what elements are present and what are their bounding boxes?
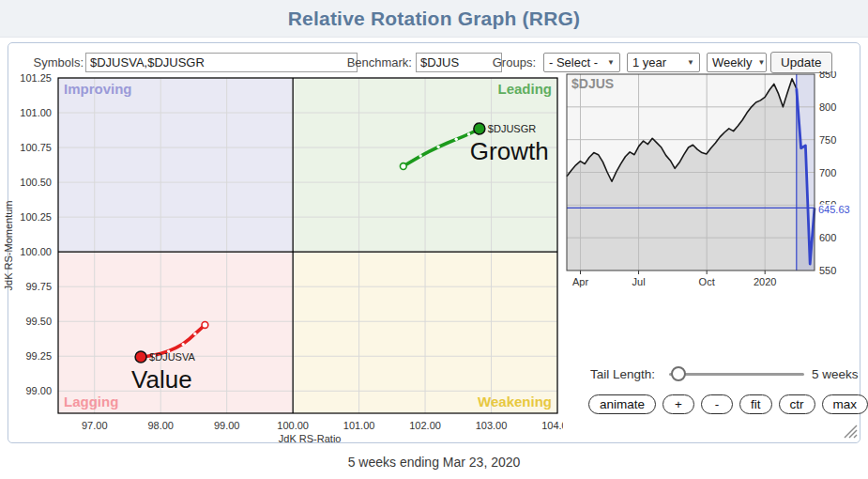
x-tick-label: 104.00 <box>541 420 563 431</box>
benchmark-chart-title: $DJUS <box>571 76 614 91</box>
series-symbol-label: $DJUSVA <box>149 351 195 363</box>
tail-length-value: 5 weeks <box>812 367 859 381</box>
x-tick-label: 98.00 <box>147 420 174 431</box>
benchmark-price-chart[interactable]: 550600650700750800850645.63AprJulOct2020… <box>559 71 868 291</box>
y-tick-label: 99.00 <box>25 385 52 396</box>
rrg-chart[interactable]: ImprovingLeadingLaggingWeakening97.0098.… <box>0 71 563 447</box>
quadrant-label-improving: Improving <box>64 81 132 97</box>
center-button[interactable]: ctr <box>779 394 815 414</box>
last-value-label: 645.63 <box>818 204 850 215</box>
x-tick-label: 103.00 <box>476 420 508 431</box>
y-axis-title: JdK RS-Momentum <box>3 201 14 291</box>
x-tick-label: 101.00 <box>343 420 375 431</box>
series-name-label: Value <box>131 365 192 394</box>
tail-length-slider-track[interactable] <box>669 373 804 376</box>
tail-start-marker <box>400 163 406 170</box>
x-tick-label: 100.00 <box>277 420 309 431</box>
y-tick-label: 100.50 <box>20 177 52 188</box>
y-tick-label: 100.25 <box>20 211 52 223</box>
x-axis-title: JdK RS-Ratio <box>279 433 342 444</box>
y-tick-label: 101.25 <box>20 72 52 84</box>
period-select-value: 1 year <box>632 55 666 70</box>
price-y-tick-label: 550 <box>819 265 836 276</box>
chart-button-row: animate + - fit ctr max <box>588 394 868 414</box>
quadrant-label-weakening: Weakening <box>478 394 552 409</box>
quadrant-label-leading: Leading <box>497 81 552 97</box>
frequency-select[interactable]: Weekly ▼ <box>707 53 767 72</box>
groups-label: Groups: <box>491 53 536 72</box>
y-tick-label: 100.75 <box>20 142 52 153</box>
series-symbol-label: $DJUSGR <box>488 123 536 134</box>
tail-head-marker[interactable] <box>474 123 485 134</box>
tail-length-label: Tail Length: <box>568 367 655 381</box>
x-tick-label: 97.00 <box>82 420 108 431</box>
period-select[interactable]: 1 year ▼ <box>627 53 700 72</box>
x-tick-label: 102.00 <box>409 420 441 431</box>
price-x-tick-label: Apr <box>572 276 588 287</box>
x-tick-label: 99.00 <box>214 420 240 431</box>
series-name-label: Growth <box>470 137 549 165</box>
tail-head-marker[interactable] <box>135 351 146 363</box>
tail-length-slider-handle[interactable] <box>671 366 686 381</box>
price-x-tick-label: Oct <box>699 276 715 287</box>
symbols-label: Symbols: <box>22 53 84 72</box>
chevron-down-icon: ▼ <box>757 58 765 67</box>
rrg-app: Relative Rotation Graph (RRG) Symbols: B… <box>0 0 868 479</box>
price-y-tick-label: 800 <box>819 101 836 113</box>
price-y-tick-label: 850 <box>819 71 836 80</box>
chevron-down-icon: ▼ <box>687 58 694 67</box>
groups-select[interactable]: - Select - ▼ <box>543 53 620 72</box>
benchmark-label: Benchmark: <box>346 53 412 72</box>
benchmark-input[interactable] <box>416 53 502 72</box>
groups-select-value: - Select - <box>549 55 598 70</box>
update-button[interactable]: Update <box>770 52 832 73</box>
symbols-input[interactable] <box>85 53 358 72</box>
y-tick-label: 99.75 <box>25 281 52 292</box>
tail-start-marker <box>202 322 208 329</box>
zoom-out-button[interactable]: - <box>701 394 733 414</box>
price-y-tick-label: 700 <box>819 167 836 178</box>
zoom-in-button[interactable]: + <box>662 394 694 414</box>
fit-button[interactable]: fit <box>739 394 772 414</box>
quadrant-label-lagging: Lagging <box>64 394 118 409</box>
frequency-select-value: Weekly <box>712 55 752 70</box>
y-tick-label: 99.25 <box>25 350 52 362</box>
price-x-tick-label: 2020 <box>754 276 776 287</box>
animate-button[interactable]: animate <box>588 394 656 414</box>
price-y-tick-label: 600 <box>819 232 836 243</box>
price-x-tick-label: Jul <box>632 276 646 287</box>
y-tick-label: 99.50 <box>25 316 52 327</box>
y-tick-label: 101.00 <box>20 107 52 118</box>
y-tick-label: 100.00 <box>20 246 52 257</box>
page-title: Relative Rotation Graph (RRG) <box>0 0 868 38</box>
footer-caption: 5 weeks ending Mar 23, 2020 <box>0 455 868 470</box>
maximize-button[interactable]: max <box>822 394 868 414</box>
resize-handle-icon[interactable] <box>842 423 859 440</box>
price-y-tick-label: 750 <box>819 134 836 146</box>
chevron-down-icon: ▼ <box>607 58 615 67</box>
page-header: Relative Rotation Graph (RRG) <box>0 0 868 38</box>
quadrant-improving <box>58 78 293 252</box>
